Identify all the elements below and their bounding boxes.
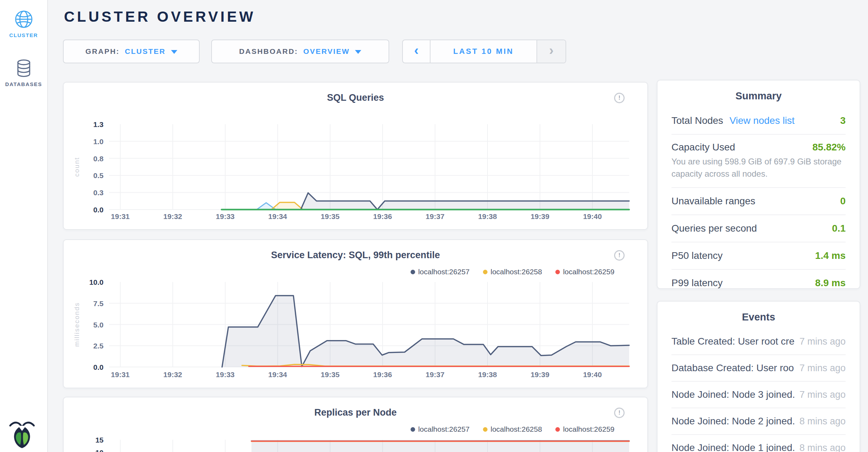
svg-text:0.0: 0.0 [93, 363, 104, 371]
event-time: 7 mins ago [799, 389, 846, 400]
svg-text:19:32: 19:32 [163, 370, 182, 379]
svg-text:0.3: 0.3 [93, 189, 104, 197]
summary-row-capacity: Capacity Used 85.82% You are using 598.9… [671, 134, 846, 187]
event-text: Node Joined: Node 3 joined... [671, 389, 795, 400]
time-next-button[interactable]: › [536, 40, 565, 63]
event-row: Node Joined: Node 3 joined... 7 mins ago [671, 381, 846, 408]
sql-queries-chart[interactable]: 0.00.30.50.81.01.319:3119:3219:3319:3419… [64, 83, 647, 229]
svg-text:5.0: 5.0 [93, 321, 104, 329]
svg-text:19:37: 19:37 [426, 212, 444, 220]
cockroach-logo[interactable] [9, 419, 35, 449]
view-nodes-list-link[interactable]: View nodes list [730, 115, 795, 126]
svg-text:19:35: 19:35 [321, 370, 340, 379]
chart-title: SQL Queries [64, 92, 647, 103]
service-latency-chart[interactable]: 0.02.55.07.510.019:3119:3219:3319:3419:3… [64, 240, 647, 388]
database-icon [16, 59, 32, 78]
info-icon[interactable]: ! [614, 408, 625, 418]
graph-dropdown[interactable]: GRAPH: CLUSTER [63, 40, 200, 63]
svg-text:1.0: 1.0 [93, 137, 104, 146]
graph-dropdown-value: CLUSTER [125, 47, 166, 56]
summary-label: Capacity Used [671, 142, 735, 153]
legend-item: localhost:26257 [411, 268, 470, 276]
svg-text:19:36: 19:36 [373, 212, 392, 220]
summary-label: P50 latency [671, 250, 723, 261]
svg-text:1.3: 1.3 [93, 120, 104, 128]
summary-row-qps: Queries per second 0.1 [671, 214, 846, 242]
svg-text:19:31: 19:31 [111, 370, 130, 379]
replicas-per-node-chart[interactable]: 101519:3119:3219:3319:3419:3519:3619:371… [64, 397, 647, 452]
legend-dot-icon [483, 427, 488, 432]
time-range-button[interactable]: LAST 10 MIN [431, 40, 536, 63]
summary-row-total-nodes: Total Nodes View nodes list 3 [671, 107, 846, 134]
summary-row-p99: P99 latency 8.9 ms [671, 269, 846, 296]
sidebar-item-label: CLUSTER [0, 32, 47, 38]
summary-row-unavailable-ranges: Unavailable ranges 0 [671, 187, 846, 214]
sidebar: CLUSTER DATABASES [0, 0, 48, 452]
event-text: Node Joined: Node 2 joined... [671, 416, 795, 427]
svg-text:19:32: 19:32 [163, 212, 182, 220]
info-icon[interactable]: ! [614, 250, 625, 261]
svg-text:19:39: 19:39 [531, 212, 549, 220]
summary-label: Unavailable ranges [671, 196, 755, 207]
summary-title: Summary [657, 80, 860, 107]
svg-text:19:36: 19:36 [373, 370, 392, 379]
svg-text:19:38: 19:38 [478, 212, 497, 220]
chart-legend: localhost:26257localhost:26258localhost:… [411, 268, 614, 276]
svg-text:2.5: 2.5 [93, 342, 104, 350]
time-window-selector: ‹ LAST 10 MIN › [402, 40, 566, 63]
summary-panel: Summary Total Nodes View nodes list 3 Ca… [657, 80, 860, 289]
svg-text:7.5: 7.5 [93, 299, 104, 308]
summary-label: P99 latency [671, 277, 723, 289]
svg-text:10.0: 10.0 [89, 278, 104, 286]
legend-dot-icon [483, 270, 488, 274]
svg-text:19:38: 19:38 [478, 370, 497, 379]
chart-title: Service Latency: SQL, 99th percentile [64, 250, 647, 261]
sidebar-item-label: DATABASES [0, 81, 47, 87]
cockroach-bug-icon [9, 419, 35, 449]
svg-text:0.5: 0.5 [93, 171, 104, 179]
event-text: Database Created: User roo... [671, 362, 795, 374]
event-time: 8 mins ago [799, 416, 846, 427]
summary-value: 1.4 ms [815, 250, 846, 261]
summary-row-p50: P50 latency 1.4 ms [671, 242, 846, 269]
event-text: Node Joined: Node 1 joined... [671, 442, 795, 452]
svg-text:10: 10 [95, 449, 104, 452]
event-row: Database Created: User roo... 7 mins ago [671, 354, 846, 381]
event-time: 8 mins ago [799, 443, 846, 452]
svg-text:0.0: 0.0 [93, 206, 104, 214]
svg-text:19:40: 19:40 [583, 212, 602, 220]
legend-item: localhost:26259 [555, 425, 614, 433]
summary-value: 8.9 ms [815, 277, 846, 289]
capacity-note: You are using 598.9 GiB of 697.9 GiB sto… [671, 153, 846, 180]
legend-dot-icon [411, 427, 415, 432]
svg-text:0.8: 0.8 [93, 155, 104, 163]
summary-value: 0 [840, 196, 846, 207]
svg-text:19:35: 19:35 [321, 212, 340, 220]
svg-text:19:37: 19:37 [426, 370, 444, 379]
events-title: Events [657, 302, 860, 329]
chart-title: Replicas per Node [64, 407, 647, 418]
svg-text:19:39: 19:39 [531, 370, 549, 379]
replicas-per-node-panel: 101519:3119:3219:3319:3419:3519:3619:371… [63, 397, 648, 452]
svg-text:15: 15 [95, 436, 104, 444]
legend-item: localhost:26257 [411, 425, 470, 433]
event-row: Node Joined: Node 2 joined... 8 mins ago [671, 408, 846, 434]
event-row: Node Joined: Node 1 joined... 8 mins ago [671, 434, 846, 452]
legend-dot-icon [411, 270, 415, 274]
sidebar-item-cluster[interactable]: CLUSTER [0, 10, 47, 38]
dashboard-dropdown[interactable]: DASHBOARD: OVERVIEW [211, 40, 389, 63]
legend-item: localhost:26258 [483, 425, 542, 433]
sidebar-item-databases[interactable]: DATABASES [0, 59, 47, 87]
svg-text:19:34: 19:34 [268, 370, 287, 379]
time-prev-button[interactable]: ‹ [403, 40, 431, 63]
events-panel: Events Table Created: User root cre... 7… [657, 301, 860, 452]
svg-text:milliseconds: milliseconds [73, 302, 80, 347]
svg-text:19:33: 19:33 [216, 370, 235, 379]
svg-text:count: count [73, 157, 80, 177]
svg-text:19:31: 19:31 [111, 212, 130, 220]
sql-queries-panel: 0.00.30.50.81.01.319:3119:3219:3319:3419… [63, 82, 648, 230]
graph-dropdown-label: GRAPH: [85, 47, 120, 56]
page-title: CLUSTER OVERVIEW [64, 8, 256, 25]
summary-value: 0.1 [832, 223, 846, 234]
info-icon[interactable]: ! [614, 93, 625, 103]
